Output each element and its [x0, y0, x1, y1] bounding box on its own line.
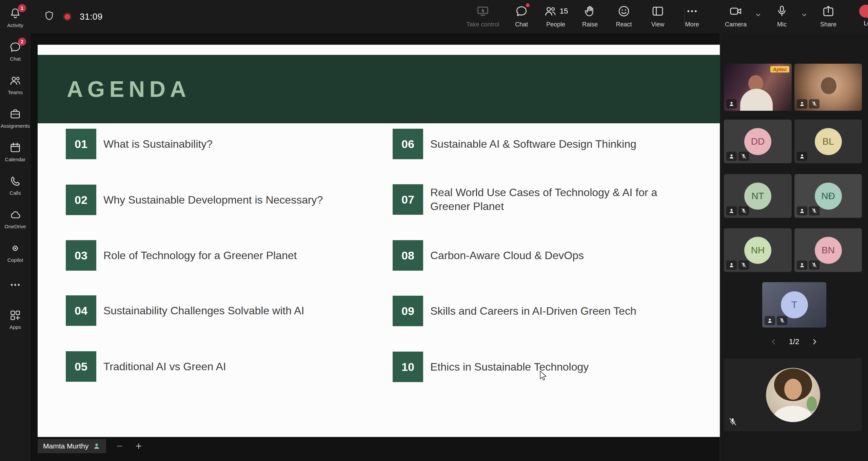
raise-hand-button[interactable]: Raise: [574, 4, 606, 28]
teams-meeting-window: 1 Activity 2 Chat Teams Assignments Cale…: [0, 0, 868, 461]
participant-role-icon: [726, 152, 737, 161]
leave-button[interactable]: Leave: [856, 5, 868, 27]
agenda-text: Sustainable AI & Software Design Thinkin…: [430, 137, 636, 151]
sidebar-item-apps[interactable]: Apps: [0, 302, 31, 336]
sidebar-item-calendar[interactable]: Calendar: [0, 135, 31, 168]
mic-off-icon: [809, 99, 820, 108]
agenda-number: 07: [393, 184, 423, 215]
toolbar-divider: [684, 7, 685, 26]
assignments-briefcase-icon: [8, 107, 22, 121]
participants-page-next-chevron[interactable]: [809, 336, 820, 348]
video-tile-presenter[interactable]: Aptec: [724, 64, 792, 111]
camera-button[interactable]: Camera: [719, 4, 752, 28]
sidebar-item-activity[interactable]: 1 Activity: [0, 1, 31, 34]
video-tile-participant[interactable]: [794, 64, 862, 111]
people-icon: 15: [544, 4, 568, 18]
take-control-button: Take control: [454, 4, 512, 28]
avatar-initials: BN: [822, 245, 835, 256]
avatar-initials: NT: [751, 191, 764, 202]
participant-tile-nd[interactable]: NĐ: [794, 174, 862, 218]
sidebar-item-label: OneDrive: [4, 224, 26, 229]
avatar: BN: [815, 237, 842, 264]
avatar: T: [781, 291, 808, 318]
share-button[interactable]: Share: [812, 4, 845, 28]
view-button[interactable]: View: [642, 4, 674, 28]
copilot-icon: [8, 242, 22, 255]
leave-label: Leave: [864, 20, 868, 27]
teams-people-icon: [8, 74, 22, 87]
participant-role-icon: [765, 316, 775, 325]
chat-button[interactable]: Chat: [505, 4, 538, 28]
avatar-initials: DD: [751, 136, 765, 147]
agenda-item: 10 Ethics in Sustainable Technology: [393, 352, 589, 382]
agenda-text: Skills and Careers in AI-Driven Green Te…: [430, 304, 636, 318]
agenda-text: Why Sustainable Development is Necessary…: [103, 193, 323, 207]
more-dots-icon: [685, 4, 699, 18]
chat-notification-dot: [526, 3, 530, 7]
chat-label: Chat: [515, 21, 528, 28]
avatar: DD: [744, 128, 771, 155]
agenda-text: What is Sustainability?: [103, 137, 213, 151]
share-icon: [822, 4, 835, 18]
avatar-initials: T: [791, 299, 797, 310]
take-control-label: Take control: [466, 21, 499, 28]
meeting-timer: 31:09: [80, 12, 103, 22]
sidebar-item-label: Calls: [9, 190, 21, 196]
sidebar-item-chat[interactable]: 2 Chat: [0, 34, 31, 68]
sidebar-item-label: Copilot: [7, 257, 23, 263]
agenda-number: 04: [66, 295, 96, 326]
camera-label: Camera: [725, 21, 747, 28]
sidebar-item-label: Apps: [9, 324, 21, 330]
react-button[interactable]: React: [608, 4, 640, 28]
agenda-text: Sustainability Challenges Solvable with …: [103, 304, 304, 318]
agenda-number: 09: [393, 296, 423, 326]
mic-options-chevron[interactable]: [798, 9, 810, 21]
mic-label: Mic: [777, 21, 787, 28]
calendar-icon: [8, 141, 22, 154]
sidebar-item-assignments[interactable]: Assignments: [0, 101, 31, 135]
participants-page-prev-chevron[interactable]: [768, 336, 780, 348]
more-options-button[interactable]: More: [676, 4, 708, 28]
sidebar-item-copilot[interactable]: Copilot: [0, 235, 31, 269]
participants-pager: 1/2: [720, 336, 868, 348]
sidebar-item-onedrive[interactable]: OneDrive: [0, 202, 31, 235]
sidebar-item-teams[interactable]: Teams: [0, 68, 31, 101]
participants-page-indicator: 1/2: [789, 337, 800, 346]
camera-options-chevron[interactable]: [752, 9, 764, 21]
meeting-status: 31:09: [43, 0, 103, 33]
people-button[interactable]: 15 People: [537, 4, 575, 28]
video-tile-self[interactable]: [724, 358, 862, 431]
sidebar-item-calls[interactable]: Calls: [0, 168, 31, 202]
avatar: NĐ: [815, 183, 842, 210]
agenda-item: 03 Role of Technology for a Greener Plan…: [66, 240, 297, 271]
aptec-logo: Aptec: [770, 66, 789, 72]
sidebar-item-more[interactable]: [0, 269, 31, 302]
mic-button[interactable]: Mic: [766, 4, 798, 28]
presenter-bar: Mamta Murthy: [38, 439, 144, 453]
participant-tile-dd[interactable]: DD: [724, 120, 792, 163]
camera-icon: [729, 4, 743, 18]
participant-tile-bl[interactable]: BL: [794, 120, 862, 163]
participant-video-person: [821, 77, 836, 94]
participant-tile-bn[interactable]: BN: [794, 228, 862, 272]
participant-tile-nt[interactable]: NT: [724, 174, 792, 218]
agenda-number: 06: [393, 129, 423, 159]
chat-icon: [515, 4, 528, 18]
participant-role-icon: [726, 206, 737, 215]
apps-grid-icon: [8, 309, 22, 322]
shared-presentation-slide: AGENDA 01 What is Sustainability? 02 Why…: [38, 45, 720, 437]
sidebar-item-label: Teams: [8, 89, 23, 95]
app-rail: 1 Activity 2 Chat Teams Assignments Cale…: [0, 0, 31, 461]
people-count: 15: [560, 7, 568, 16]
agenda-number: 05: [66, 351, 96, 382]
participant-tile-nh[interactable]: NH: [724, 228, 792, 272]
zoom-out-button[interactable]: [114, 441, 125, 452]
share-label: Share: [820, 21, 836, 28]
participant-role-icon: [797, 206, 807, 215]
participant-tile-t[interactable]: T: [762, 282, 826, 328]
security-shield-icon: [43, 10, 55, 23]
zoom-in-button[interactable]: [133, 441, 144, 452]
participant-role-icon: [797, 152, 807, 161]
participant-role-icon: [797, 260, 807, 270]
mic-off-icon: [738, 152, 749, 161]
